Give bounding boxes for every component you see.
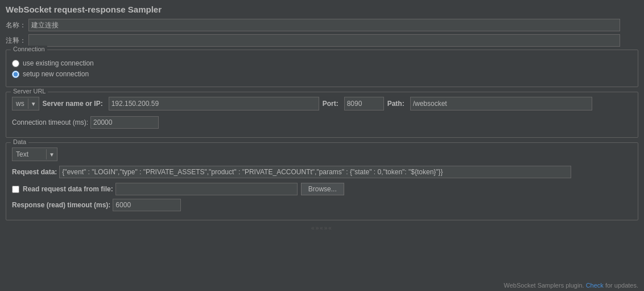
server-name-label: Server name or IP: bbox=[43, 100, 103, 108]
use-existing-label: use existing connection bbox=[23, 59, 94, 67]
read-from-file-row: Read request data from file: Browse... bbox=[12, 183, 632, 195]
data-type-selector[interactable]: Text ▼ bbox=[12, 147, 57, 161]
setup-new-label: setup new connection bbox=[23, 70, 89, 78]
server-url-legend: Server URL bbox=[11, 88, 48, 95]
connection-content: use existing connection setup new connec… bbox=[12, 55, 632, 78]
use-existing-row: use existing connection bbox=[12, 59, 632, 67]
data-legend: Data bbox=[11, 138, 28, 145]
server-url-section: Server URL ws ▼ Server name or IP: Port:… bbox=[6, 92, 638, 138]
footer-suffix: for updates. bbox=[604, 282, 638, 289]
response-timeout-row: Response (read) timeout (ms): bbox=[12, 199, 632, 211]
response-timeout-label: Response (read) timeout (ms): bbox=[12, 201, 110, 209]
connection-section: Connection use existing connection setup… bbox=[6, 50, 638, 87]
read-from-file-label: Read request data from file: bbox=[23, 185, 113, 193]
protocol-selector[interactable]: ws ▼ bbox=[12, 97, 39, 110]
path-label: Path: bbox=[387, 100, 404, 108]
main-container: WebSocket request-response Sampler 名称： 注… bbox=[0, 0, 644, 237]
footer: WebSocket Samplers plugin. Check for upd… bbox=[498, 280, 644, 291]
path-input[interactable] bbox=[410, 97, 592, 110]
comment-input[interactable] bbox=[28, 34, 620, 47]
server-ip-input[interactable] bbox=[109, 97, 319, 110]
request-data-input[interactable] bbox=[59, 166, 571, 178]
comment-label: 注释： bbox=[6, 36, 26, 46]
name-label: 名称： bbox=[6, 21, 26, 30]
setup-new-row: setup new connection bbox=[12, 70, 632, 78]
connection-legend: Connection bbox=[11, 46, 47, 52]
name-row: 名称： bbox=[6, 19, 638, 31]
page-title: WebSocket request-response Sampler bbox=[6, 5, 638, 14]
connection-timeout-input[interactable] bbox=[90, 116, 159, 129]
protocol-dropdown-arrow[interactable]: ▼ bbox=[28, 100, 39, 108]
port-label: Port: bbox=[323, 100, 338, 108]
protocol-label: ws bbox=[13, 99, 28, 109]
file-path-input[interactable] bbox=[115, 183, 298, 195]
use-existing-radio[interactable] bbox=[12, 60, 19, 67]
connection-timeout-label: Connection timeout (ms): bbox=[12, 118, 88, 126]
server-url-row: ws ▼ Server name or IP: Port: Path: bbox=[12, 97, 632, 110]
read-from-file-checkbox[interactable] bbox=[12, 186, 19, 193]
data-type-label: Text bbox=[13, 149, 47, 159]
data-type-dropdown-arrow[interactable]: ▼ bbox=[47, 150, 57, 159]
request-data-row: Request data: bbox=[12, 166, 632, 178]
response-timeout-input[interactable] bbox=[113, 199, 181, 211]
request-data-label: Request data: bbox=[12, 168, 57, 176]
footer-text: WebSocket Samplers plugin. bbox=[504, 282, 586, 289]
browse-button[interactable]: Browse... bbox=[301, 183, 344, 195]
comment-row: 注释： bbox=[6, 34, 638, 47]
setup-new-radio[interactable] bbox=[12, 71, 19, 78]
footer-check-link[interactable]: Check bbox=[586, 282, 604, 289]
port-input[interactable] bbox=[344, 97, 384, 110]
connection-timeout-row: Connection timeout (ms): bbox=[12, 116, 632, 129]
divider: «»«»« bbox=[6, 225, 638, 231]
name-input[interactable] bbox=[28, 19, 620, 31]
data-section: Data Text ▼ Request data: Read request d… bbox=[6, 142, 638, 220]
